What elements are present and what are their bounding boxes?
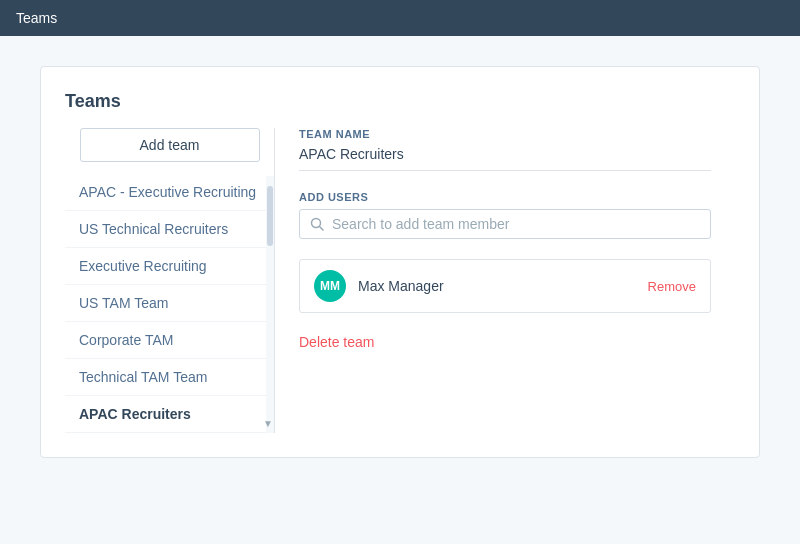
team-name-value: APAC Recruiters [299, 146, 711, 171]
add-users-label: ADD USERS [299, 191, 711, 203]
right-panel: TEAM NAME APAC Recruiters ADD USERS MM [275, 128, 735, 433]
team-list-item[interactable]: US Technical Recruiters [65, 211, 274, 248]
page-wrapper: Teams Add team APAC - Executive Recruiti… [0, 36, 800, 488]
delete-team-section: Delete team [299, 333, 711, 351]
avatar: MM [314, 270, 346, 302]
team-list-item[interactable]: Technical TAM Team [65, 359, 274, 396]
scroll-indicator: ▼ [266, 176, 274, 433]
team-list-item[interactable]: APAC - Executive Recruiting [65, 174, 274, 211]
team-name-section: TEAM NAME APAC Recruiters [299, 128, 711, 171]
add-team-button[interactable]: Add team [80, 128, 260, 162]
search-icon [310, 217, 324, 231]
remove-button[interactable]: Remove [648, 279, 696, 294]
card: Teams Add team APAC - Executive Recruiti… [40, 66, 760, 458]
add-users-section: ADD USERS [299, 191, 711, 239]
user-row: MM Max Manager Remove [299, 259, 711, 313]
search-input[interactable] [332, 216, 700, 232]
delete-team-button[interactable]: Delete team [299, 334, 374, 350]
scroll-arrows: ▼ [263, 419, 273, 429]
team-list-item[interactable]: Corporate TAM [65, 322, 274, 359]
team-name-label: TEAM NAME [299, 128, 711, 140]
team-list: APAC - Executive RecruitingUS Technical … [65, 174, 274, 433]
scroll-thumb [267, 186, 273, 246]
left-panel: Add team APAC - Executive RecruitingUS T… [65, 128, 275, 433]
team-list-item[interactable]: US TAM Team [65, 285, 274, 322]
user-name: Max Manager [358, 278, 636, 294]
scroll-down-arrow: ▼ [263, 419, 273, 429]
card-body: Add team APAC - Executive RecruitingUS T… [65, 128, 735, 433]
top-bar-title: Teams [16, 10, 57, 26]
search-box[interactable] [299, 209, 711, 239]
team-list-item[interactable]: APAC Recruiters [65, 396, 274, 433]
svg-line-1 [320, 227, 324, 231]
team-list-item[interactable]: Executive Recruiting [65, 248, 274, 285]
top-bar: Teams [0, 0, 800, 36]
card-title: Teams [65, 91, 735, 112]
